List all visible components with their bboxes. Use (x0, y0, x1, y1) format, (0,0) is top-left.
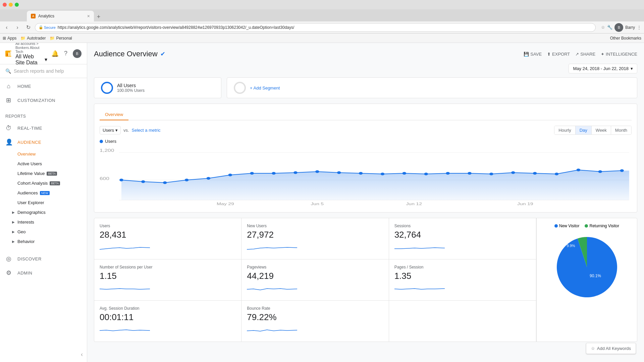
secure-badge: 🔒 Secure (39, 25, 56, 29)
sidebar-item-active-users[interactable]: Active Users (0, 159, 87, 169)
ga-breadcrumb: All accounts > Bonkers About Tech (15, 43, 47, 54)
svg-point-18 (315, 170, 319, 173)
save-button[interactable]: 💾 SAVE (524, 52, 542, 57)
user-avatar[interactable]: B (614, 23, 623, 32)
intelligence-icon: ✦ (601, 52, 604, 57)
sidebar-item-cohort-analysis[interactable]: Cohort Analysis BETA (0, 178, 87, 188)
back-button[interactable]: ‹ (3, 23, 11, 32)
sidebar-item-demographics[interactable]: ▶ Demographics (0, 207, 87, 217)
sidebar-item-lifetime-value[interactable]: Lifetime Value BETA (0, 169, 87, 178)
svg-text:Jun 12: Jun 12 (406, 202, 422, 206)
select-metric-link[interactable]: Select a metric (132, 128, 161, 133)
bookmark-apps-label: Apps (7, 36, 16, 41)
nav-realtime[interactable]: ⏱ REAL-TIME (0, 121, 87, 135)
ga-user-avatar[interactable]: B (73, 49, 82, 58)
time-buttons: Hourly Day Week Month (554, 126, 632, 135)
user-name: Barry (625, 25, 635, 30)
time-btn-week[interactable]: Week (592, 126, 611, 134)
menu-icon[interactable]: ⋮ (637, 25, 641, 30)
bookmarks-other[interactable]: Other Bookmarks (610, 36, 641, 41)
notifications-icon[interactable]: 🔔 (51, 50, 59, 57)
svg-point-28 (533, 172, 537, 175)
share-button[interactable]: ↗ SHARE (575, 52, 595, 57)
svg-point-19 (337, 171, 341, 174)
address-field[interactable]: 🔒 Secure https://analytics.google.com/an… (35, 23, 596, 32)
time-btn-day[interactable]: Day (576, 126, 592, 134)
svg-point-14 (228, 174, 232, 176)
nav-audience[interactable]: 👤 AUDIENCE (0, 135, 87, 149)
metric-pageviews-name: Pageviews (247, 265, 383, 269)
nav-home[interactable]: ⌂ HOME (0, 79, 87, 93)
nav-customization[interactable]: ⊞ CUSTOMIZATION (0, 93, 87, 107)
sidebar-item-behavior[interactable]: ▶ Behavior (0, 237, 87, 246)
nav-customization-label: CUSTOMIZATION (17, 98, 55, 103)
bookmark-autotrader[interactable]: 📁 Autotrader (20, 36, 46, 41)
date-range-button[interactable]: May 24, 2018 - Jun 22, 2018 ▾ (569, 64, 637, 73)
empty-segment-ring (234, 82, 246, 94)
metric-users-sparkline (100, 243, 150, 253)
new-visitor-dot (554, 224, 558, 228)
search-icon: 🔍 (5, 68, 11, 74)
collapse-sidebar[interactable]: ‹ (0, 347, 87, 362)
ga-property[interactable]: All Web Site Data ▾ (15, 54, 47, 66)
intelligence-button[interactable]: ✦ INTELLIGENCE (601, 52, 637, 57)
metric-pages-per-session-sparkline (394, 284, 445, 294)
pie-chart-area: New Visitor Returning Visitor (536, 218, 637, 342)
browser-tab-analytics[interactable]: A Analytics × (27, 11, 94, 21)
metric-users-name: Users (100, 224, 236, 228)
chevron-right-icon: ▶ (12, 210, 15, 214)
metric-selector: Users ▾ vs. Select a metric (100, 126, 161, 134)
tab-favicon: A (31, 14, 36, 18)
svg-point-21 (381, 173, 385, 175)
nav-admin[interactable]: ⚙ ADMIN (0, 266, 87, 280)
maximize-button[interactable] (15, 3, 19, 7)
new-visitor-label: New Visitor (559, 224, 579, 228)
sidebar-item-geo[interactable]: ▶ Geo (0, 227, 87, 237)
bookmark-personal[interactable]: 📁 Personal (50, 36, 72, 41)
overview-tabs: Overview (100, 109, 632, 120)
nav-home-section: ⌂ HOME ⊞ CUSTOMIZATION (0, 78, 87, 109)
add-keywords-button[interactable]: ☆ Add All Keywords (586, 343, 636, 354)
tab-overview[interactable]: Overview (100, 109, 128, 120)
segment-name: All Users (117, 83, 145, 88)
bookmark-apps[interactable]: ⊞ Apps (3, 36, 16, 41)
metrics-grid: Users 28,431 New Users 27,972 Sessions 3… (94, 218, 536, 342)
save-label: SAVE (530, 52, 542, 57)
minimize-button[interactable] (9, 3, 13, 7)
sidebar-item-overview[interactable]: Overview (0, 149, 87, 159)
bookmark-star-icon[interactable]: ☆ (601, 25, 605, 30)
search-box[interactable]: 🔍 Search reports and help (5, 68, 82, 74)
metric-sessions-name: Sessions (394, 224, 531, 228)
metric-avg-session-duration-name: Avg. Session Duration (100, 306, 236, 311)
metric-pages-per-session-value: 1.35 (394, 271, 531, 281)
refresh-button[interactable]: ↻ (24, 23, 32, 32)
svg-point-20 (359, 172, 363, 175)
export-button[interactable]: ⬆ EXPORT (547, 52, 570, 57)
metric-users: Users 28,431 (94, 218, 241, 259)
metric-dropdown[interactable]: Users ▾ (100, 126, 121, 134)
forward-button[interactable]: › (13, 23, 21, 32)
svg-point-27 (511, 171, 515, 174)
metric-sessions-per-user-name: Number of Sessions per User (100, 265, 236, 269)
tab-close-icon[interactable]: × (87, 13, 90, 19)
tab-bar: A Analytics × + (0, 9, 644, 21)
metric-bounce-rate-value: 79.22% (247, 312, 383, 322)
line-chart: 1,200 600 (100, 146, 632, 207)
sidebar-item-audiences[interactable]: Audiences NEW (0, 188, 87, 198)
time-btn-hourly[interactable]: Hourly (554, 126, 576, 134)
metric-empty (389, 301, 536, 342)
new-tab-button[interactable]: + (94, 12, 103, 21)
sidebar-item-user-explorer[interactable]: User Explorer (0, 198, 87, 207)
content-area: Audience Overview ✔ 💾 SAVE ⬆ EXPORT ↗ SH… (87, 43, 644, 362)
help-icon[interactable]: ? (64, 50, 67, 57)
extensions-icon[interactable]: 🔧 (607, 25, 612, 30)
time-btn-month[interactable]: Month (611, 126, 631, 134)
svg-text:May 29: May 29 (217, 202, 234, 206)
beta-badge: BETA (47, 172, 57, 176)
nav-discover[interactable]: ◎ DISCOVER (0, 252, 87, 266)
sidebar-item-interests[interactable]: ▶ Interests (0, 217, 87, 227)
svg-text:90.1%: 90.1% (589, 274, 601, 278)
metric-users-value: 28,431 (100, 230, 236, 240)
add-segment-button[interactable]: + Add Segment (227, 77, 637, 98)
close-button[interactable] (3, 3, 7, 7)
